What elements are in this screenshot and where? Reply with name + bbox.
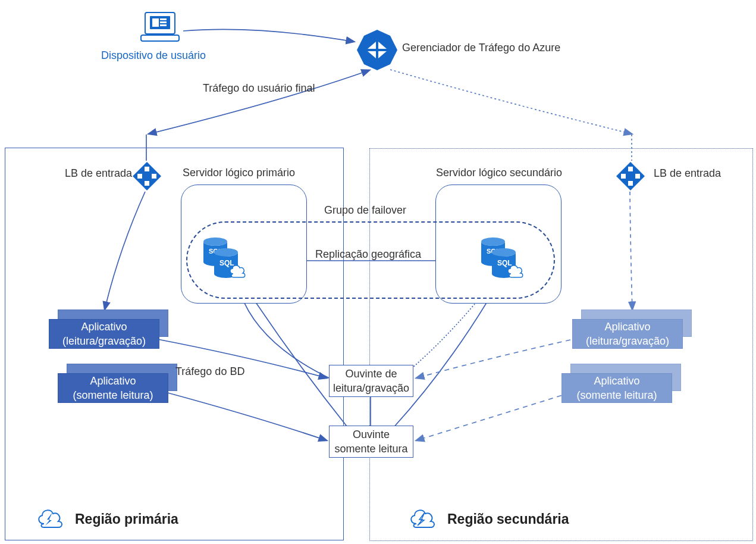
svg-point-20: [203, 237, 227, 246]
laptop-icon: [139, 9, 181, 46]
svg-marker-13: [45, 512, 52, 526]
svg-point-24: [481, 237, 505, 246]
arrow-user-to-tm: [183, 29, 354, 42]
secondary-app-rw: Aplicativo (leitura/gravação): [572, 319, 683, 349]
region-cloud-icon: [407, 506, 439, 532]
svg-rect-18: [628, 181, 633, 186]
arrow-tm-to-primary: [149, 70, 369, 134]
svg-text:SQL: SQL: [219, 259, 234, 267]
svg-point-26: [492, 248, 516, 257]
load-balancer-icon: [131, 161, 162, 195]
primary-app-rw-line1: Aplicativo: [81, 320, 127, 334]
primary-server-label: Servidor lógico primário: [183, 167, 295, 179]
primary-region-title: Região primária: [75, 511, 178, 527]
svg-rect-6: [141, 35, 179, 41]
svg-marker-14: [616, 162, 645, 190]
svg-rect-11: [152, 174, 156, 179]
secondary-lb-label: LB de entrada: [654, 167, 721, 180]
svg-rect-9: [145, 167, 149, 171]
failover-group-label: Grupo de failover: [324, 204, 406, 217]
secondary-server-label: Servidor lógico secundário: [436, 167, 562, 179]
secondary-app-rw-line1: Aplicativo: [604, 320, 650, 334]
primary-app-ro-line1: Aplicativo: [90, 374, 136, 388]
svg-rect-5: [160, 24, 167, 26]
secondary-app-ro-line1: Aplicativo: [594, 374, 639, 388]
end-user-traffic-label: Tráfego do usuário final: [203, 82, 315, 95]
svg-rect-16: [621, 174, 626, 179]
secondary-app-rw-line2: (leitura/gravação): [586, 334, 669, 348]
secondary-region-title-row: Região secundária: [407, 506, 569, 532]
svg-rect-10: [137, 174, 142, 179]
secondary-app-ro-line2: (somente leitura): [576, 388, 657, 402]
svg-text:SQL: SQL: [497, 259, 512, 267]
svg-rect-4: [160, 21, 167, 23]
listener-ro-line2: somente leitura: [334, 442, 407, 456]
svg-rect-3: [160, 18, 167, 20]
primary-region-title-row: Região primária: [34, 506, 178, 532]
traffic-manager-icon: [356, 29, 399, 74]
listener-ro-box: Ouvinte somente leitura: [329, 426, 413, 458]
secondary-app-ro: Aplicativo (somente leitura): [561, 373, 672, 403]
svg-rect-17: [635, 174, 640, 179]
geo-replication-label: Replicação geográfica: [315, 248, 421, 261]
sql-database-icon: SQL SQL: [478, 237, 528, 287]
listener-rw-box: Ouvinte de leitura/gravação: [329, 365, 413, 397]
secondary-region-title: Região secundária: [447, 511, 569, 527]
listener-rw-line1: Ouvinte de: [345, 367, 397, 381]
user-device-label: Dispositivo de usuário: [101, 49, 206, 62]
traffic-manager-label: Gerenciador de Tráfego do Azure: [402, 42, 560, 54]
primary-app-rw-line2: (leitura/gravação): [62, 334, 146, 348]
svg-rect-2: [152, 18, 159, 27]
region-cloud-icon: [34, 506, 67, 532]
primary-app-ro-line2: (somente leitura): [73, 388, 153, 402]
listener-rw-line2: leitura/gravação: [333, 381, 409, 395]
svg-rect-15: [628, 167, 633, 171]
load-balancer-icon: [615, 161, 646, 195]
svg-marker-19: [418, 512, 425, 526]
sql-database-icon: SQL SQL: [200, 237, 250, 287]
svg-marker-7: [357, 30, 397, 70]
arrow-tm-to-secondary: [390, 70, 632, 134]
listener-ro-line1: Ouvinte: [353, 427, 390, 442]
primary-app-ro: Aplicativo (somente leitura): [58, 373, 168, 403]
primary-lb-label: LB de entrada: [65, 167, 132, 180]
svg-marker-8: [133, 162, 161, 190]
primary-app-rw: Aplicativo (leitura/gravação): [49, 319, 159, 349]
svg-point-22: [214, 248, 238, 257]
db-traffic-label: Tráfego do BD: [175, 365, 244, 378]
svg-rect-12: [145, 181, 149, 186]
